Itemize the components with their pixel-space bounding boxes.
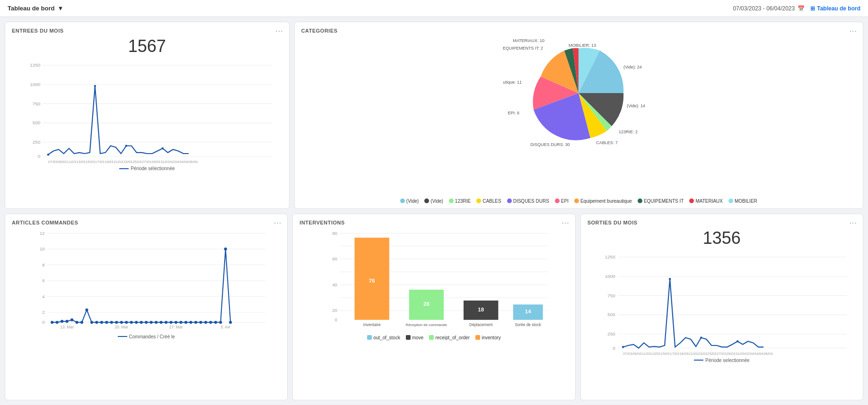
equip-bur-dot: [574, 198, 579, 203]
svg-point-151: [700, 336, 702, 338]
svg-text:60: 60: [333, 256, 337, 261]
sorties-value: 1356: [587, 228, 856, 248]
svg-text:8: 8: [42, 262, 44, 267]
sorties-legend: Période selectionnée: [587, 358, 856, 363]
equipit-dot: [638, 198, 642, 203]
app-title-area[interactable]: Tableau de bord ▼: [8, 5, 63, 12]
svg-point-84: [169, 320, 172, 323]
sorties-menu[interactable]: ···: [850, 219, 857, 227]
svg-text:Réception de commande: Réception de commande: [406, 323, 447, 327]
articles-menu[interactable]: ···: [274, 219, 281, 227]
svg-text:18: 18: [478, 307, 484, 312]
svg-text:CABLES: 7: CABLES: 7: [596, 140, 618, 145]
svg-text:23/03: 23/03: [698, 351, 707, 355]
entrees-chart-svg: 1250 1000 750 500 250 0 07/03 09/03 11/0…: [12, 60, 282, 164]
vide1-dot: [400, 198, 405, 203]
calendar-icon[interactable]: 📅: [798, 5, 805, 12]
entrees-menu[interactable]: ···: [275, 27, 283, 35]
svg-point-31: [162, 147, 164, 149]
sorties-panel: SORTIES DU MOIS ··· 1356 1250 1000 750: [580, 214, 863, 401]
svg-text:750: 750: [33, 101, 41, 106]
top-bar: Tableau de bord ▼ 07/03/2023 - 06/04/202…: [0, 0, 868, 17]
svg-text:20: 20: [333, 308, 337, 313]
articles-panel: ARTICLES COMMANDES ··· 12 10 8 6: [5, 214, 288, 401]
svg-point-95: [224, 247, 227, 250]
materiaux-dot: [689, 198, 694, 203]
legend-move: move: [406, 335, 423, 340]
categories-pie-svg: MOBILIER: 13 (Vide): 24 (Vide): 14 123RI…: [503, 36, 654, 150]
svg-point-85: [175, 320, 177, 323]
top-bar-right: 07/03/2023 - 06/04/2023 📅 ⊞ Tableau de b…: [733, 5, 860, 12]
svg-text:1000: 1000: [605, 274, 615, 279]
svg-text:Inventaire: Inventaire: [363, 322, 381, 327]
svg-point-149: [622, 346, 624, 348]
svg-text:10: 10: [40, 246, 44, 251]
svg-text:27/03: 27/03: [142, 160, 151, 164]
svg-text:21/03: 21/03: [114, 160, 123, 164]
svg-text:07/03: 07/03: [623, 351, 632, 355]
svg-text:40: 40: [333, 282, 337, 287]
svg-text:29/03: 29/03: [726, 351, 735, 355]
legend-inventory: inventory: [475, 335, 501, 340]
svg-point-83: [165, 320, 167, 323]
svg-point-75: [125, 320, 128, 323]
interventions-menu[interactable]: ···: [561, 219, 569, 227]
dropdown-icon[interactable]: ▼: [57, 5, 63, 12]
categories-title: CATEGORIES: [301, 28, 856, 34]
legend-mobilier: MOBILIER: [728, 198, 757, 204]
svg-text:(Vide): 24: (Vide): 24: [623, 65, 642, 69]
svg-text:25/03: 25/03: [707, 351, 716, 355]
svg-point-30: [125, 145, 127, 146]
svg-text:11/03: 11/03: [641, 351, 650, 355]
svg-text:20. Mar: 20. Mar: [115, 324, 129, 329]
svg-text:06/04: 06/04: [189, 160, 198, 164]
epi-dot: [555, 198, 560, 203]
categories-menu[interactable]: ···: [850, 27, 857, 35]
svg-text:250: 250: [607, 331, 615, 336]
svg-text:09/03: 09/03: [58, 160, 67, 164]
svg-text:27/03: 27/03: [717, 351, 726, 355]
svg-point-74: [120, 320, 123, 323]
inventory-dot: [475, 335, 480, 340]
svg-text:31/03: 31/03: [735, 351, 744, 355]
svg-point-96: [229, 320, 232, 323]
svg-text:750: 750: [607, 293, 615, 298]
svg-point-69: [95, 320, 98, 323]
svg-point-28: [47, 154, 49, 155]
svg-text:02/04: 02/04: [170, 160, 179, 164]
sorties-title: SORTIES DU MOIS: [587, 220, 856, 225]
categories-panel: CATEGORIES ···: [294, 22, 863, 209]
svg-text:123RIE: 2: 123RIE: 2: [619, 129, 638, 134]
svg-text:11/03: 11/03: [67, 160, 76, 164]
svg-text:31/03: 31/03: [160, 160, 169, 164]
entrees-legend: Période sélectionnée: [12, 166, 282, 171]
legend-vide1: (Vide): [400, 198, 419, 204]
svg-point-73: [115, 320, 118, 323]
svg-point-68: [90, 320, 93, 323]
svg-text:500: 500: [607, 312, 615, 317]
svg-text:3. Avr: 3. Avr: [220, 324, 230, 329]
interventions-title: INTERVENTIONS: [299, 220, 568, 225]
svg-text:19/03: 19/03: [679, 351, 688, 355]
svg-text:0: 0: [42, 319, 44, 325]
svg-text:1250: 1250: [30, 62, 41, 68]
entrees-value: 1567: [12, 36, 282, 56]
svg-point-93: [214, 320, 217, 323]
articles-legend: Commandes / Créé le: [12, 334, 281, 339]
svg-text:04/04: 04/04: [179, 160, 189, 164]
svg-point-94: [219, 320, 222, 323]
entrees-title: ENTREES DU MOIS: [12, 28, 282, 34]
tableau-nav[interactable]: ⊞ Tableau de bord: [810, 5, 860, 12]
svg-point-71: [105, 320, 108, 323]
pie-chart-area: MOBILIER: 13 (Vide): 24 (Vide): 14 123RI…: [503, 36, 654, 150]
legend-materiaux: MATERIAUX: [689, 198, 723, 204]
svg-point-64: [70, 318, 73, 321]
svg-point-90: [199, 320, 202, 323]
svg-text:15/03: 15/03: [86, 160, 95, 164]
vide2-dot: [424, 198, 429, 203]
cables-dot: [476, 198, 481, 203]
tableau-nav-label: Tableau de bord: [817, 5, 860, 12]
categories-legend: (Vide) (Vide) 123RIE CABLES DISQUES DURS: [299, 198, 858, 204]
svg-point-63: [65, 319, 68, 322]
svg-text:13. Mar: 13. Mar: [60, 324, 74, 329]
